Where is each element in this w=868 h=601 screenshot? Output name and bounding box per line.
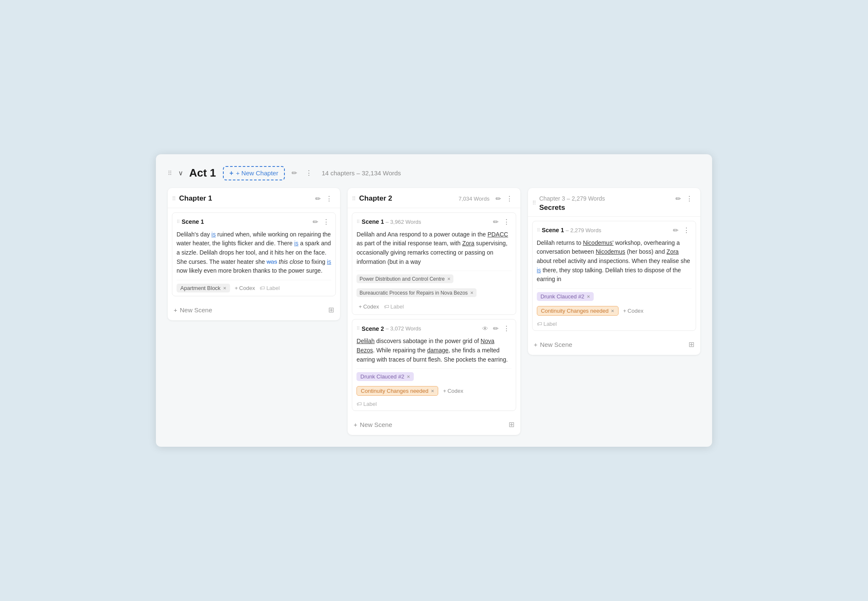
chapter-2-header: ⠿ Chapter 2 7,034 Words ✏ ⋮ <box>348 188 520 208</box>
act-collapse-button[interactable]: ∨ <box>177 169 184 177</box>
scene-2-1-actions: ✏ ⋮ <box>491 217 512 227</box>
scene-2-1-header: ⠿ Scene 1 – 3,962 Words ✏ ⋮ <box>356 217 511 227</box>
scene-1-1-edit-button[interactable]: ✏ <box>311 217 320 227</box>
tag-bureaucratic: Bureaucratic Process for Repairs in Nova… <box>356 288 476 297</box>
tag-drunk-clauced-3-label: Drunk Clauced #2 <box>541 293 584 300</box>
chapter-2-new-scene-button[interactable]: + New Scene <box>354 421 392 428</box>
chapter-3-edit-button[interactable]: ✏ <box>674 194 683 204</box>
scene-2-1-card: ⠿ Scene 1 – 3,962 Words ✏ ⋮ Delilah and … <box>352 212 516 315</box>
scene-1-1-label-tag[interactable]: 🏷 Label <box>260 285 280 291</box>
chapter-3-header-info: Chapter 3 – 2,279 Words ✏ ⋮ Secrets <box>539 194 694 212</box>
chapter-1-footer: + New Scene ⊞ <box>168 300 340 320</box>
label-icon4: 🏷 <box>537 321 542 327</box>
app-container: ⠿ ∨ Act 1 + + New Chapter ✏ ⋮ 14 chapter… <box>156 154 712 447</box>
chapter-2-folder-button[interactable]: ⊞ <box>509 420 514 429</box>
scene-2-2-hidden-button[interactable]: 👁 <box>480 324 490 333</box>
scene-2-2-tags2: Continuity Changes needed × + Codex <box>356 385 511 399</box>
chapter-2-footer: + New Scene ⊞ <box>348 414 520 435</box>
new-chapter-label: + New Chapter <box>236 169 278 177</box>
chapter-3-drag[interactable]: ⠿ <box>532 200 537 206</box>
label-icon: 🏷 <box>260 285 265 291</box>
scene-2-1-drag[interactable]: ⠿ <box>356 219 360 225</box>
chapter-2-title: Chapter 2 <box>359 194 456 203</box>
chapter-1-header: ⠿ Chapter 1 ✏ ⋮ <box>168 188 340 208</box>
scene-2-1-text: Delilah and Ana respond to a power outag… <box>356 230 511 267</box>
chapter-1-more-button[interactable]: ⋮ <box>324 194 334 204</box>
chapter-1-folder-button[interactable]: ⊞ <box>328 306 334 314</box>
chapter-3-new-scene-button[interactable]: + New Scene <box>534 341 572 348</box>
chapter-3-header-row: Chapter 3 – 2,279 Words ✏ ⋮ <box>539 194 694 204</box>
scene-2-2-drag[interactable]: ⠿ <box>356 326 360 331</box>
tag-pdacc-label: Power Distribution and Control Centre <box>359 276 445 282</box>
tag-drunk-clauced-3-close[interactable]: × <box>587 293 590 300</box>
tag-drunk-clauced-2: Drunk Clauced #2 × <box>356 372 414 381</box>
scene-2-1-more-button[interactable]: ⋮ <box>501 217 512 227</box>
scene-1-1-tags: Apartment Block × + Codex 🏷 Label <box>177 280 331 296</box>
scene-2-2-label-row: 🏷 Label <box>356 400 511 411</box>
tag-continuity-2: Continuity Changes needed × <box>356 386 438 396</box>
chapter-1-new-scene-button[interactable]: + New Scene <box>174 306 212 314</box>
scene-2-1-tags2: Bureaucratic Process for Repairs in Nova… <box>356 287 511 300</box>
act-header: ⠿ ∨ Act 1 + + New Chapter ✏ ⋮ 14 chapter… <box>168 166 700 180</box>
scene-3-1-drag[interactable]: ⠿ <box>537 228 540 233</box>
scene-1-1-drag[interactable]: ⠿ <box>177 219 180 225</box>
act-more-button[interactable]: ⋮ <box>304 168 314 178</box>
scene-2-1-add-codex[interactable]: + Codex <box>356 302 381 311</box>
tag-bureaucratic-close[interactable]: × <box>470 290 474 296</box>
chapter-2-drag[interactable]: ⠿ <box>352 196 356 202</box>
tag-continuity-2-close[interactable]: × <box>431 388 434 394</box>
scene-3-1-tags: Drunk Clauced #2 × <box>537 288 691 304</box>
scene-3-1-word-count: – 2,279 Words <box>566 227 601 233</box>
chapter-3-folder-button[interactable]: ⊞ <box>689 340 694 349</box>
scene-3-1-label-row: 🏷 Label <box>537 320 691 330</box>
tag-apartment-block-close[interactable]: × <box>223 285 226 291</box>
scene-3-1-card: ⠿ Scene 1 – 2,279 Words ✏ ⋮ Delilah retu… <box>532 221 696 331</box>
tag-bureaucratic-label: Bureaucratic Process for Repairs in Nova… <box>359 290 468 296</box>
scene-3-1-header: ⠿ Scene 1 – 2,279 Words ✏ ⋮ <box>537 225 691 235</box>
label-icon3: 🏷 <box>356 401 362 407</box>
scene-1-1-header: ⠿ Scene 1 ✏ ⋮ <box>177 217 331 227</box>
scene-2-1-label-tag[interactable]: 🏷 Label <box>384 303 404 310</box>
tag-continuity-2-label: Continuity Changes needed <box>361 388 428 394</box>
scene-2-1-edit-button[interactable]: ✏ <box>491 217 500 227</box>
scene-1-1-actions: ✏ ⋮ <box>311 217 331 227</box>
chapter-2-card: ⠿ Chapter 2 7,034 Words ✏ ⋮ ⠿ Scene 1 – … <box>348 188 520 435</box>
chapter-3-more-button[interactable]: ⋮ <box>684 194 694 204</box>
chapter-2-word-count: 7,034 Words <box>458 196 489 202</box>
chapter-1-drag[interactable]: ⠿ <box>172 196 177 202</box>
tag-apartment-block: Apartment Block × <box>177 284 230 292</box>
tag-pdacc-close[interactable]: × <box>447 276 450 282</box>
label-text: Label <box>266 285 280 291</box>
scene-3-1-edit-button[interactable]: ✏ <box>671 225 680 235</box>
scene-1-1-text: Delilah's day is ruined when, while work… <box>177 230 331 276</box>
chapter-1-title: Chapter 1 <box>179 194 311 203</box>
scene-3-1-text: Delilah returns to Nicodemus' workshop, … <box>537 239 691 284</box>
scene-2-1-actions-row: + Codex 🏷 Label <box>356 301 511 314</box>
scene-2-2-label-tag[interactable]: 🏷 Label <box>356 401 377 407</box>
chapter-3-new-scene-label: New Scene <box>540 341 572 348</box>
scene-3-1-add-codex[interactable]: + Codex <box>621 306 646 315</box>
scene-2-2-edit-button[interactable]: ✏ <box>491 324 500 333</box>
edit-act-button[interactable]: ✏ <box>290 168 299 178</box>
chapter-1-edit-button[interactable]: ✏ <box>313 194 322 204</box>
new-scene-plus-icon3: + <box>534 341 538 348</box>
scene-2-2-add-codex[interactable]: + Codex <box>441 386 465 395</box>
chapter-2-more-button[interactable]: ⋮ <box>504 194 514 204</box>
chapter-2-new-scene-label: New Scene <box>360 421 392 428</box>
scene-3-1-actions: ✏ ⋮ <box>671 225 691 235</box>
chapter-3-footer: + New Scene ⊞ <box>528 334 700 355</box>
scene-3-1-more-button[interactable]: ⋮ <box>681 225 691 235</box>
chapter-2-edit-button[interactable]: ✏ <box>494 194 503 204</box>
tag-apartment-block-label: Apartment Block <box>180 285 220 291</box>
new-chapter-button[interactable]: + + New Chapter <box>223 166 285 180</box>
act-drag-handle[interactable]: ⠿ <box>168 170 172 177</box>
tag-drunk-clauced-2-close[interactable]: × <box>407 373 410 380</box>
chapter-1-actions: ✏ ⋮ <box>313 194 334 204</box>
scene-2-1-tags: Power Distribution and Control Centre × <box>356 271 511 287</box>
scene-1-1-more-button[interactable]: ⋮ <box>321 217 331 227</box>
act-title: Act 1 <box>189 166 216 180</box>
scene-1-1-add-codex[interactable]: + Codex <box>233 284 257 292</box>
tag-continuity-3-close[interactable]: × <box>611 308 614 314</box>
scene-3-1-label-tag[interactable]: 🏷 Label <box>537 321 557 327</box>
scene-2-2-more-button[interactable]: ⋮ <box>501 324 512 333</box>
